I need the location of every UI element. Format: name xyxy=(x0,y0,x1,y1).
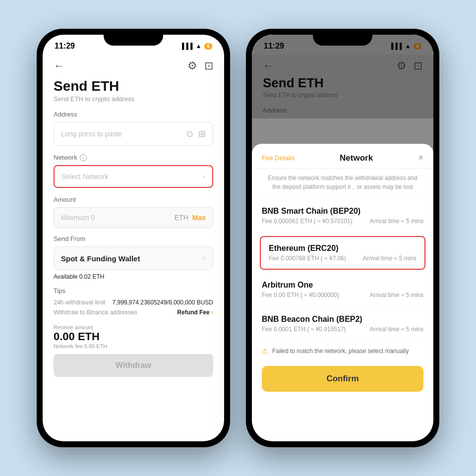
network-details-0: Fee 0.000062 ETH ( ≈ ¥0.570101) Arrival … xyxy=(262,218,423,225)
send-from-box[interactable]: Spot & Funding Wallet › xyxy=(54,246,213,270)
status-icons-left: ▐▐▐ ▲ 6 xyxy=(180,43,212,50)
address-input-box[interactable]: Long press to paste ⊙ ⊞ xyxy=(54,122,213,146)
network-fee-1: Fee 0.000768 ETH ( ≈ ¥7.06) xyxy=(269,255,346,262)
amount-right: ETH Max xyxy=(175,214,206,222)
address-label: Address xyxy=(54,111,213,118)
modal-sheet: Fee Details Network × Ensure the network… xyxy=(252,144,433,441)
network-arrival-2: Arrival time ≈ 5 mins xyxy=(369,292,423,298)
amount-placeholder: Minimum 0 xyxy=(61,214,95,222)
send-from-section: Send From Spot & Funding Wallet › Availa… xyxy=(43,235,224,280)
phone-left: 11:29 ▐▐▐ ▲ 6 ← ⚙ ⊡ Send ETH Send ETH to… xyxy=(37,29,230,447)
send-from-label: Send From xyxy=(54,235,213,242)
title-left: Send ETH xyxy=(54,78,213,94)
tip1-value: 7,999,974.23605249/8,000,000 BUSD xyxy=(112,299,213,306)
network-details-3: Fee 0.0001 ETH ( ≈ ¥0.919517) Arrival ti… xyxy=(262,326,423,333)
network-name-2: Arbitrum One xyxy=(262,281,423,290)
address-placeholder: Long press to paste xyxy=(61,130,122,138)
tip2-row: Withdraw to Binance addresses Refund Fee… xyxy=(54,307,213,317)
amount-section: Amount Minimum 0 ETH Max xyxy=(43,196,224,228)
wallet-name: Spot & Funding Wallet xyxy=(61,254,140,263)
receive-amount: 0.00 ETH xyxy=(54,330,213,343)
confirm-button[interactable]: Confirm xyxy=(262,366,423,392)
network-fee-label: Network fee 0.00 ETH xyxy=(54,343,213,349)
bottom-area-left: Receive amount 0.00 ETH Network fee 0.00… xyxy=(43,319,224,382)
network-fee-3: Fee 0.0001 ETH ( ≈ ¥0.919517) xyxy=(262,326,346,333)
signal-icon: ▐▐▐ xyxy=(180,43,193,50)
fee-details-link[interactable]: Fee Details xyxy=(262,154,295,162)
network-info-icon: i xyxy=(80,154,87,161)
network-fee-2: Fee 0.00 ETH ( ≈ ¥0.000000) xyxy=(262,292,339,298)
network-arrival-1: Arrival time ≈ 5 mins xyxy=(362,255,416,262)
tips-section: Tips 24h withdrawal limit 7,999,974.2360… xyxy=(43,287,224,317)
max-button[interactable]: Max xyxy=(192,214,206,222)
person-icon[interactable]: ⊙ xyxy=(186,128,193,139)
network-option-3[interactable]: BNB Beacon Chain (BEP2) Fee 0.0001 ETH (… xyxy=(252,307,433,341)
status-time-left: 11:29 xyxy=(55,42,75,51)
chevron-icon: › xyxy=(203,172,205,181)
help-icon-left[interactable]: ⚙ xyxy=(187,60,197,72)
network-arrival-3: Arrival time ≈ 5 mins xyxy=(369,326,423,333)
network-placeholder: Select Network xyxy=(61,173,108,180)
tip1-row: 24h withdrawal limit 7,999,974.23605249/… xyxy=(54,298,213,307)
top-nav-left: ← ⚙ ⊡ xyxy=(43,55,224,76)
notch-left xyxy=(104,29,163,46)
amount-label: Amount xyxy=(54,196,213,203)
eth-label: ETH xyxy=(175,214,188,222)
address-section: Address Long press to paste ⊙ ⊞ xyxy=(43,111,224,146)
network-section: Network i Select Network › xyxy=(43,154,224,188)
alert-row: ⚠ Failed to match the network, please se… xyxy=(252,341,433,361)
scan-icon-left[interactable]: ⊡ xyxy=(204,60,213,72)
network-name-3: BNB Beacon Chain (BEP2) xyxy=(262,315,423,324)
available-row: Available 0.02 ETH xyxy=(54,273,213,280)
alert-icon: ⚠ xyxy=(262,347,268,355)
amount-input-box[interactable]: Minimum 0 ETH Max xyxy=(54,207,213,228)
send-from-chevron: › xyxy=(203,254,206,263)
wifi-icon: ▲ xyxy=(196,43,202,50)
tip2-label: Withdraw to Binance addresses xyxy=(54,309,137,316)
network-label-row: Network i xyxy=(54,154,213,161)
address-input-icons: ⊙ ⊞ xyxy=(186,128,206,139)
network-name-1: Ethereum (ERC20) xyxy=(269,244,416,253)
alert-text: Failed to match the network, please sele… xyxy=(272,348,409,355)
network-name-0: BNB Smart Chain (BEP20) xyxy=(262,207,423,216)
network-details-2: Fee 0.00 ETH ( ≈ ¥0.000000) Arrival time… xyxy=(262,292,423,298)
receive-label: Receive amount xyxy=(54,324,213,330)
modal-warning: Ensure the network matches the withdrawa… xyxy=(252,169,433,199)
modal-close-button[interactable]: × xyxy=(418,153,423,163)
nav-icons-left: ⚙ ⊡ xyxy=(187,60,213,72)
modal-title: Network xyxy=(340,153,373,163)
network-option-2[interactable]: Arbitrum One Fee 0.00 ETH ( ≈ ¥0.000000)… xyxy=(252,273,433,307)
network-option-1[interactable]: Ethereum (ERC20) Fee 0.000768 ETH ( ≈ ¥7… xyxy=(260,236,425,270)
network-option-0[interactable]: BNB Smart Chain (BEP20) Fee 0.000062 ETH… xyxy=(252,199,433,233)
withdraw-button[interactable]: Withdraw xyxy=(54,354,213,377)
tip1-label: 24h withdrawal limit xyxy=(54,299,106,306)
subtitle-left: Send ETH to crypto address xyxy=(54,95,213,103)
available-value: 0.02 ETH xyxy=(79,273,105,280)
refund-link[interactable]: Refund Fee › xyxy=(177,309,213,316)
network-select-box[interactable]: Select Network › xyxy=(54,165,213,188)
notch-right xyxy=(313,29,372,46)
network-details-1: Fee 0.000768 ETH ( ≈ ¥7.06) Arrival time… xyxy=(269,255,416,262)
network-arrival-0: Arrival time ≈ 5 mins xyxy=(369,218,423,225)
modal-header: Fee Details Network × xyxy=(252,144,433,169)
network-fee-0: Fee 0.000062 ETH ( ≈ ¥0.570101) xyxy=(262,218,353,225)
page-title-left: Send ETH Send ETH to crypto address xyxy=(43,76,224,103)
battery-badge-left: 6 xyxy=(204,43,212,50)
back-button-left[interactable]: ← xyxy=(54,60,64,72)
qr-icon[interactable]: ⊞ xyxy=(198,128,206,139)
tips-title: Tips xyxy=(54,287,213,295)
refund-arrow-icon: › xyxy=(211,309,213,316)
phone-right: 11:29 ▐▐▐ ▲ 6 ← ⚙ ⊡ Send ETH Send ETH to… xyxy=(246,29,439,447)
